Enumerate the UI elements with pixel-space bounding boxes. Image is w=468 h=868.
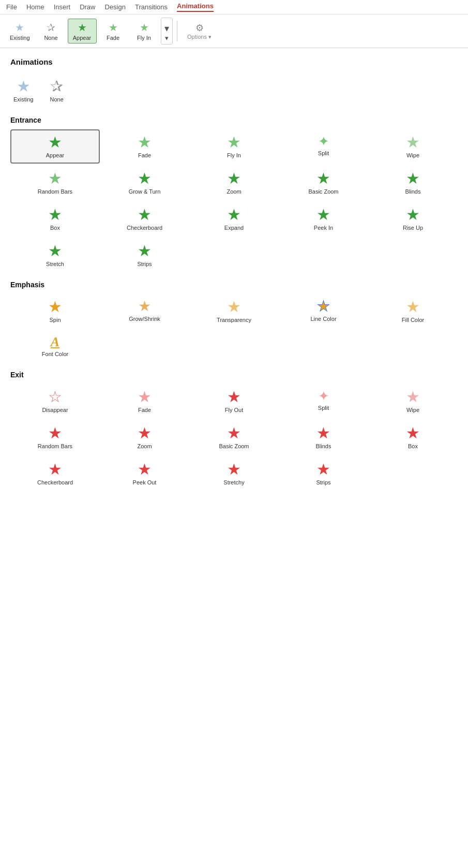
anim-flyout[interactable]: ★ Fly Out <box>189 384 279 418</box>
exit-peekout-label: Peek Out <box>133 479 157 486</box>
anim-strips[interactable]: ★ Strips <box>100 238 189 272</box>
anim-growshrink[interactable]: ★ Grow/Shrink <box>100 294 189 328</box>
anim-none[interactable]: ✰ None <box>47 73 67 108</box>
stretchy-label: Stretchy <box>223 479 244 486</box>
basiczoom-icon: ★ <box>316 171 330 186</box>
exit-randombars-label: Random Bars <box>38 443 72 449</box>
exit-randombars-icon: ★ <box>48 425 62 441</box>
anim-stretch[interactable]: ★ Stretch <box>10 238 100 272</box>
exit-box-icon: ★ <box>406 425 420 441</box>
exit-basiczoom-icon: ★ <box>227 425 241 441</box>
stretch-icon: ★ <box>48 243 62 259</box>
anim-exit-peekout[interactable]: ★ Peek Out <box>100 457 189 491</box>
fillcolor-label: Fill Color <box>402 317 424 323</box>
ribbon-more-button[interactable]: ▾ <box>161 18 173 45</box>
anim-linecolor[interactable]: ★ Line Color <box>279 294 368 328</box>
spin-label: Spin <box>49 317 61 323</box>
anim-growturn[interactable]: ★ Grow & Turn <box>100 166 189 200</box>
menu-transitions[interactable]: Transitions <box>135 3 168 11</box>
anim-peekin[interactable]: ★ Peek In <box>279 202 368 236</box>
ribbon-flyin[interactable]: ★ Fly In <box>130 19 159 43</box>
existing-star-icon: ★ <box>15 21 24 34</box>
exit-strips-label: Strips <box>316 479 330 486</box>
checkerboard-label: Checkerboard <box>127 225 162 231</box>
exit-fade-icon: ★ <box>138 389 152 405</box>
growshrink-icon: ★ <box>138 299 151 314</box>
anim-existing[interactable]: ★ Existing <box>10 73 37 108</box>
exit-grid: ☆ Disappear ★ Fade ★ Fly Out ✦ Split ★ W… <box>10 384 458 491</box>
fontcolor-label: Font Color <box>42 351 68 357</box>
none-star-icon: ✰ <box>47 21 55 34</box>
anim-checkerboard[interactable]: ★ Checkerboard <box>100 202 189 236</box>
expand-icon: ★ <box>227 207 241 223</box>
anim-spin[interactable]: ★ Spin <box>10 294 100 328</box>
exit-blinds-icon: ★ <box>316 425 330 441</box>
exit-box-label: Box <box>408 443 418 449</box>
box-label: Box <box>50 225 60 231</box>
main-content: Animations ★ Existing ✰ None Entrance ★ … <box>0 48 468 502</box>
ribbon-appear-label: Appear <box>73 35 91 41</box>
anim-exit-zoom[interactable]: ★ Zoom <box>100 420 189 454</box>
entrance-section-title: Entrance <box>10 116 458 124</box>
ribbon-fade[interactable]: ★ Fade <box>99 19 128 43</box>
anim-exit-split[interactable]: ✦ Split <box>279 384 368 418</box>
riseup-icon: ★ <box>406 207 420 223</box>
anim-stretchy[interactable]: ★ Stretchy <box>189 457 279 491</box>
anim-appear[interactable]: ★ Appear <box>10 129 100 164</box>
linecolor-icon: ★ <box>317 299 330 314</box>
fade-label: Fade <box>138 152 151 158</box>
exit-wipe-icon: ★ <box>406 389 420 405</box>
anim-exit-fade[interactable]: ★ Fade <box>100 384 189 418</box>
anim-exit-checkerboard[interactable]: ★ Checkerboard <box>10 457 100 491</box>
menu-draw[interactable]: Draw <box>80 3 95 11</box>
menu-insert[interactable]: Insert <box>54 3 71 11</box>
anim-exit-blinds[interactable]: ★ Blinds <box>279 420 368 454</box>
anim-fade[interactable]: ★ Fade <box>100 129 189 164</box>
ribbon-options-button[interactable]: ⚙ Options ▾ <box>182 20 218 43</box>
anim-exit-box[interactable]: ★ Box <box>368 420 458 454</box>
options-gear-icon: ⚙ <box>195 22 204 34</box>
anim-fillcolor[interactable]: ★ Fill Color <box>368 294 458 328</box>
ribbon-existing[interactable]: ★ Existing <box>5 19 35 43</box>
menu-animations[interactable]: Animations <box>177 2 214 12</box>
anim-exit-randombars[interactable]: ★ Random Bars <box>10 420 100 454</box>
anim-flyin[interactable]: ★ Fly In <box>189 129 279 164</box>
exit-peekout-icon: ★ <box>138 462 152 477</box>
ribbon-appear[interactable]: ★ Appear <box>68 19 97 43</box>
anim-exit-basiczoom[interactable]: ★ Basic Zoom <box>189 420 279 454</box>
wipe-icon: ★ <box>406 135 420 150</box>
anim-exit-wipe[interactable]: ★ Wipe <box>368 384 458 418</box>
anim-split[interactable]: ✦ Split <box>279 129 368 164</box>
anim-wipe[interactable]: ★ Wipe <box>368 129 458 164</box>
ribbon-fade-label: Fade <box>107 35 119 41</box>
menu-design[interactable]: Design <box>105 3 126 11</box>
anim-disappear[interactable]: ☆ Disappear <box>10 384 100 418</box>
anim-box[interactable]: ★ Box <box>10 202 100 236</box>
anim-randombars[interactable]: ★ Random Bars <box>10 166 100 200</box>
none-icon: ✰ <box>50 79 63 94</box>
exit-checkerboard-icon: ★ <box>48 462 62 477</box>
none-label: None <box>50 96 64 102</box>
ribbon-none[interactable]: ✰ None <box>37 19 66 43</box>
flyout-label: Fly Out <box>225 407 243 413</box>
anim-exit-strips[interactable]: ★ Strips <box>279 457 368 491</box>
exit-fade-label: Fade <box>138 407 151 413</box>
randombars-label: Random Bars <box>38 188 72 195</box>
anim-zoom[interactable]: ★ Zoom <box>189 166 279 200</box>
anim-transparency[interactable]: ★ Transparency <box>189 294 279 328</box>
ribbon-flyin-label: Fly In <box>137 35 151 41</box>
menu-home[interactable]: Home <box>26 3 44 11</box>
split-icon: ✦ <box>318 135 329 148</box>
menu-file[interactable]: File <box>6 3 17 11</box>
exit-basiczoom-label: Basic Zoom <box>219 443 249 449</box>
anim-basiczoom[interactable]: ★ Basic Zoom <box>279 166 368 200</box>
stretchy-icon: ★ <box>227 462 241 477</box>
anim-riseup[interactable]: ★ Rise Up <box>368 202 458 236</box>
anim-fontcolor[interactable]: A Font Color <box>10 330 100 362</box>
expand-label: Expand <box>224 225 244 231</box>
anim-blinds[interactable]: ★ Blinds <box>368 166 458 200</box>
fade-icon: ★ <box>138 135 152 150</box>
flyin-star-icon: ★ <box>140 21 149 34</box>
anim-expand[interactable]: ★ Expand <box>189 202 279 236</box>
spin-icon: ★ <box>48 299 62 315</box>
